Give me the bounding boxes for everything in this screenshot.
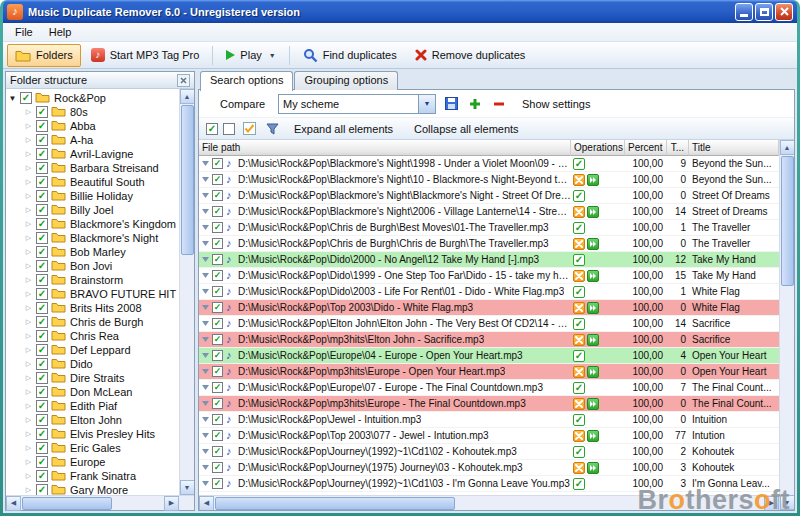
tab-search-options[interactable]: Search options: [200, 71, 293, 91]
chevron-down-icon[interactable]: ▼: [418, 95, 435, 113]
keep-check-icon[interactable]: ✓: [573, 446, 585, 458]
expand-arrow-icon[interactable]: ▷: [24, 206, 33, 214]
maximize-button[interactable]: [755, 3, 773, 21]
tree-item[interactable]: ▷✓Bon Jovi: [8, 259, 179, 273]
expand-arrow-icon[interactable]: ▷: [24, 444, 33, 452]
keep-check-icon[interactable]: ✓: [573, 414, 585, 426]
start-mp3-tag-pro-button[interactable]: ♪ Start MP3 Tag Pro: [83, 44, 208, 67]
folder-checkbox[interactable]: ✓: [36, 232, 48, 244]
delete-x-icon[interactable]: [573, 174, 585, 186]
delete-x-icon[interactable]: [573, 462, 585, 474]
keep-check-icon[interactable]: ✓: [573, 382, 585, 394]
folder-checkbox[interactable]: ✓: [20, 92, 32, 104]
close-button[interactable]: [775, 3, 793, 21]
expand-arrow-icon[interactable]: ▷: [24, 262, 33, 270]
show-settings-button[interactable]: Show settings: [522, 98, 590, 110]
delete-scheme-button[interactable]: [490, 95, 508, 113]
process-arrows-icon[interactable]: [587, 238, 599, 250]
row-checkbox[interactable]: ✓: [212, 286, 223, 297]
column-header-4[interactable]: Title: [689, 140, 779, 156]
save-scheme-button[interactable]: [442, 95, 460, 113]
folder-checkbox[interactable]: ✓: [36, 190, 48, 202]
process-arrows-icon[interactable]: [587, 366, 599, 378]
table-row[interactable]: ✓♪D:\Music\Rock&Pop\Blackmore's Night\10…: [199, 172, 779, 188]
table-row[interactable]: ✓♪D:\Music\Rock&Pop\Journey\(1975) Journ…: [199, 460, 779, 476]
folder-checkbox[interactable]: ✓: [36, 330, 48, 342]
play-dropdown-icon[interactable]: ▼: [269, 52, 276, 59]
expand-arrow-icon[interactable]: ▷: [24, 402, 33, 410]
row-checkbox[interactable]: ✓: [212, 190, 223, 201]
tree-item[interactable]: ▷✓Dire Straits: [8, 371, 179, 385]
table-row[interactable]: ✓♪D:\Music\Rock&Pop\Chris de Burgh\Chris…: [199, 236, 779, 252]
process-arrows-icon[interactable]: [587, 430, 599, 442]
row-checkbox[interactable]: ✓: [212, 382, 223, 393]
delete-x-icon[interactable]: [573, 430, 585, 442]
collapse-all-button[interactable]: Collapse all elements: [406, 121, 527, 137]
folder-checkbox[interactable]: ✓: [36, 400, 48, 412]
folder-checkbox[interactable]: ✓: [36, 176, 48, 188]
row-checkbox[interactable]: ✓: [212, 238, 223, 249]
row-checkbox[interactable]: ✓: [212, 158, 223, 169]
folder-checkbox[interactable]: ✓: [36, 456, 48, 468]
tree-horizontal-scrollbar[interactable]: ◀ ▶: [6, 495, 179, 510]
add-scheme-button[interactable]: [466, 95, 484, 113]
table-row[interactable]: ✓♪D:\Music\Rock&Pop\Dido\2003 - Life For…: [199, 284, 779, 300]
delete-x-icon[interactable]: [573, 206, 585, 218]
expand-arrow-icon[interactable]: ▷: [24, 108, 33, 116]
process-arrows-icon[interactable]: [587, 270, 599, 282]
table-row[interactable]: ✓♪D:\Music\Rock&Pop\Chris de Burgh\Best …: [199, 220, 779, 236]
tree-vertical-scrollbar[interactable]: ▲ ▼: [179, 89, 194, 495]
scroll-right-icon[interactable]: ▶: [164, 496, 179, 511]
tree-item[interactable]: ▷✓Eric Gales: [8, 441, 179, 455]
expand-arrow-icon[interactable]: ▷: [24, 290, 33, 298]
tree-item[interactable]: ▷✓Elton John: [8, 413, 179, 427]
play-button[interactable]: Play ▼: [218, 44, 283, 67]
keep-check-icon[interactable]: ✓: [573, 158, 585, 170]
tree-item[interactable]: ▷✓Billie Holiday: [8, 189, 179, 203]
expand-arrow-icon[interactable]: ▷: [24, 248, 33, 256]
folder-checkbox[interactable]: ✓: [36, 386, 48, 398]
tree-item[interactable]: ▷✓Chris de Burgh: [8, 315, 179, 329]
deselect-all-checkbox[interactable]: ✓: [223, 123, 235, 135]
row-checkbox[interactable]: ✓: [212, 254, 223, 265]
select-all-checkbox[interactable]: ✓: [206, 123, 218, 135]
folder-checkbox[interactable]: ✓: [36, 106, 48, 118]
folder-checkbox[interactable]: ✓: [36, 470, 48, 482]
tree-item[interactable]: ▷✓Elvis Presley Hits: [8, 427, 179, 441]
column-header-2[interactable]: Percent: [625, 140, 667, 156]
folder-checkbox[interactable]: ✓: [36, 148, 48, 160]
keep-check-icon[interactable]: ✓: [573, 222, 585, 234]
scroll-up-icon[interactable]: ▲: [180, 89, 195, 104]
process-arrows-icon[interactable]: [587, 174, 599, 186]
expand-arrow-icon[interactable]: ▷: [24, 458, 33, 466]
folder-checkbox[interactable]: ✓: [36, 134, 48, 146]
scheme-select[interactable]: My scheme ▼: [278, 94, 436, 114]
row-checkbox[interactable]: ✓: [212, 206, 223, 217]
row-checkbox[interactable]: ✓: [212, 350, 223, 361]
keep-check-icon[interactable]: ✓: [573, 286, 585, 298]
tree-item[interactable]: ▷✓BRAVO FUTURE HIT: [8, 287, 179, 301]
delete-x-icon[interactable]: [573, 238, 585, 250]
keep-check-icon[interactable]: ✓: [573, 190, 585, 202]
process-arrows-icon[interactable]: [587, 302, 599, 314]
tree-item[interactable]: ▷✓Europe: [8, 455, 179, 469]
folder-checkbox[interactable]: ✓: [36, 218, 48, 230]
table-row[interactable]: ✓♪D:\Music\Rock&Pop\Blackmore's Night\19…: [199, 156, 779, 172]
scrollbar-thumb[interactable]: [22, 497, 112, 510]
expand-arrow-icon[interactable]: ▷: [24, 136, 33, 144]
table-row[interactable]: ✓♪D:\Music\Rock&Pop\Blackmore's Night\Bl…: [199, 188, 779, 204]
expand-arrow-icon[interactable]: ▷: [24, 332, 33, 340]
find-duplicates-button[interactable]: Find duplicates: [295, 44, 405, 67]
table-row[interactable]: ✓♪D:\Music\Rock&Pop\Journey\(1992)~1\Cd1…: [199, 444, 779, 460]
folder-checkbox[interactable]: ✓: [36, 274, 48, 286]
folder-checkbox[interactable]: ✓: [36, 372, 48, 384]
row-checkbox[interactable]: ✓: [212, 446, 223, 457]
tab-grouping-options[interactable]: Grouping options: [294, 71, 398, 90]
folder-checkbox[interactable]: ✓: [36, 288, 48, 300]
table-row[interactable]: ✓♪D:\Music\Rock&Pop\Jewel - Intuition.mp…: [199, 412, 779, 428]
tree-item[interactable]: ▷✓Chris Rea: [8, 329, 179, 343]
auto-select-button[interactable]: [240, 120, 258, 138]
expand-arrow-icon[interactable]: ▷: [24, 150, 33, 158]
column-header-3[interactable]: T...: [667, 140, 689, 156]
expand-arrow-icon[interactable]: ▷: [24, 318, 33, 326]
